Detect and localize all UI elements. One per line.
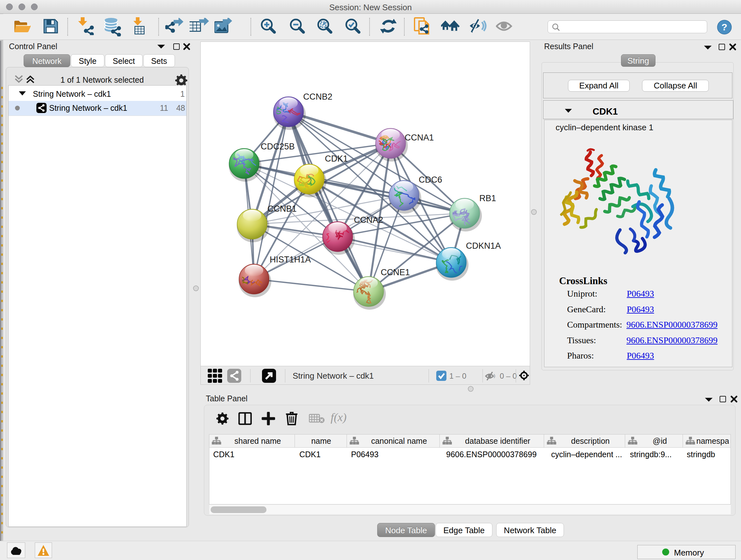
svg-text:CCNA2: CCNA2 xyxy=(354,215,383,225)
svg-text:RB1: RB1 xyxy=(479,193,496,203)
svg-text:CCNE1: CCNE1 xyxy=(381,267,410,277)
svg-text:CDK1: CDK1 xyxy=(325,154,348,164)
svg-text:?: ? xyxy=(722,22,727,32)
svg-text:CDKN1A: CDKN1A xyxy=(466,241,501,251)
svg-text:HIST1H1A: HIST1H1A xyxy=(270,255,311,264)
svg-text:CDC25B: CDC25B xyxy=(261,142,295,151)
svg-text:CDC6: CDC6 xyxy=(419,175,442,185)
svg-text:CCNB2: CCNB2 xyxy=(303,92,333,102)
svg-text:CCNB1: CCNB1 xyxy=(267,204,297,213)
svg-text:CCNA1: CCNA1 xyxy=(405,133,434,142)
